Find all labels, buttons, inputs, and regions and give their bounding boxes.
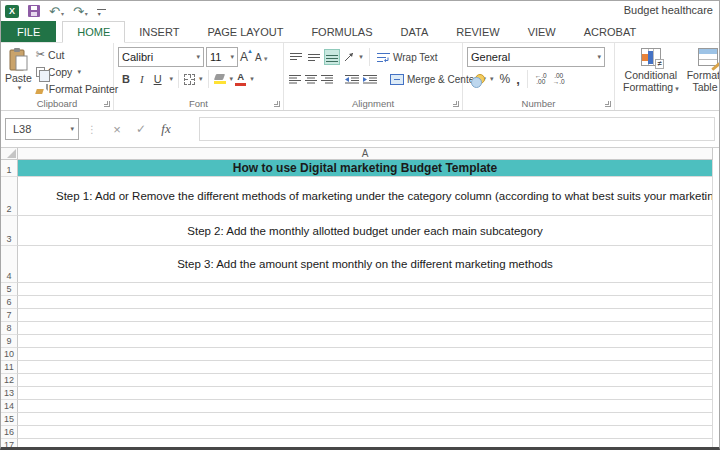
excel-logo-icon[interactable]: X [5,5,19,18]
cut-button[interactable]: ✂Cut [34,46,120,63]
row-header-1[interactable]: 1 [1,160,18,177]
decrease-font-size-button[interactable]: A▼ [255,52,274,63]
row-header-7[interactable]: 7 [1,309,18,322]
conditional-formatting-label1: Conditional [625,69,678,81]
insert-function-button[interactable]: fx [153,121,179,137]
tab-view[interactable]: VIEW [514,21,570,42]
fill-color-button[interactable] [214,74,226,84]
font-size-select[interactable]: 11▾ [206,47,238,67]
wrap-text-button[interactable]: Wrap Text [375,52,440,63]
dropdown-icon: ▾ [359,53,363,61]
row-header-3[interactable]: 3 [1,216,18,246]
name-box[interactable]: L38▾ [5,118,79,140]
italic-button[interactable]: I [136,73,148,85]
cell-A5[interactable] [18,283,713,296]
number-format-select[interactable]: General▾ [467,47,605,67]
row-header-2[interactable]: 2 [1,177,18,216]
dropdown-icon[interactable]: ▾ [250,75,254,83]
cell-A9[interactable] [18,335,713,348]
row-header-17[interactable]: 17 [1,439,18,447]
dropdown-icon[interactable]: ▾ [199,75,203,83]
cell-A14[interactable] [18,400,713,413]
cell-A12[interactable] [18,374,713,387]
font-name-select[interactable]: Calibri▾ [118,47,204,67]
align-left-button[interactable] [288,71,302,87]
align-top-button[interactable] [288,49,304,65]
tab-home[interactable]: HOME [62,21,125,43]
select-all-button[interactable] [1,148,18,160]
row-header-11[interactable]: 11 [1,361,18,374]
cell-A11[interactable] [18,361,713,374]
orientation-button[interactable]: ▾ [342,49,364,65]
redo-button[interactable]: ↷▾ [73,2,88,20]
dropdown-icon[interactable]: ▾ [230,75,234,83]
row-header-13[interactable]: 13 [1,387,18,400]
row-header-4[interactable]: 4 [1,246,18,283]
row-header-15[interactable]: 15 [1,413,18,426]
dialog-launcher-icon[interactable] [104,101,110,107]
cell-A6[interactable] [18,296,713,309]
undo-button[interactable]: ↶▾ [49,2,64,20]
row-header-9[interactable]: 9 [1,335,18,348]
cell-A10[interactable] [18,348,713,361]
font-color-button[interactable]: A [235,72,246,86]
cancel-button[interactable]: × [105,122,129,137]
cell-A4[interactable]: Step 3: Add the amount spent monthly on … [18,246,713,283]
tab-data[interactable]: DATA [387,21,443,42]
cell-A15[interactable] [18,413,713,426]
align-right-button[interactable] [320,71,334,87]
enter-button[interactable]: ✓ [129,122,153,136]
accounting-format-button[interactable]: ▾ [467,74,496,84]
formula-input[interactable] [199,117,715,141]
save-icon[interactable] [28,5,40,17]
row-header-6[interactable]: 6 [1,296,18,309]
percent-style-button[interactable]: % [498,72,513,86]
borders-icon[interactable] [184,74,195,85]
cell-A16[interactable] [18,426,713,439]
row-header-12[interactable]: 12 [1,374,18,387]
increase-indent-button[interactable] [362,71,378,87]
cell-A7[interactable] [18,309,713,322]
underline-button[interactable]: U [150,73,166,85]
right-strip [713,413,719,426]
format-as-table-button[interactable]: Format a Table▾ [683,46,720,95]
cell-A2[interactable]: Step 1: Add or Remove the different meth… [18,177,713,216]
row-header-16[interactable]: 16 [1,426,18,439]
cell-A13[interactable] [18,387,713,400]
align-center-button[interactable] [304,71,318,87]
paste-button[interactable]: Paste ▾ [5,46,32,97]
cell-A8[interactable] [18,322,713,335]
cell-A3[interactable]: Step 2: Add the monthly allotted budget … [18,216,713,246]
increase-font-size-button[interactable]: A▲ [240,50,253,64]
tab-insert[interactable]: INSERT [125,21,193,42]
dialog-launcher-icon[interactable] [274,101,280,107]
tab-file[interactable]: FILE [1,21,56,42]
formula-bar-separator[interactable]: ⋮ [87,124,97,135]
row-header-8[interactable]: 8 [1,322,18,335]
increase-decimal-button[interactable]: ←.0.00 [533,73,549,86]
tab-review[interactable]: REVIEW [442,21,513,42]
tab-page-layout[interactable]: PAGE LAYOUT [193,21,297,42]
decrease-decimal-button[interactable]: .00→.0 [551,73,567,86]
customize-qat-icon[interactable] [97,9,106,10]
column-header-A[interactable]: A [18,148,713,160]
decrease-indent-button[interactable] [344,71,360,87]
cell-A17[interactable] [18,439,713,447]
grid-body: 1How to use Digital marketing Budget Tem… [1,160,719,447]
row-header-5[interactable]: 5 [1,283,18,296]
comma-style-button[interactable]: , [514,72,522,87]
align-middle-button[interactable] [306,49,322,65]
tab-acrobat[interactable]: ACROBAT [570,21,650,42]
tab-formulas[interactable]: FORMULAS [297,21,386,42]
cell-A1[interactable]: How to use Digital marketing Budget Temp… [18,160,713,177]
conditional-formatting-button[interactable]: ≠ Conditional Formatting▾ [619,46,683,95]
dialog-launcher-icon[interactable] [605,101,611,107]
row-header-10[interactable]: 10 [1,348,18,361]
dropdown-icon[interactable]: ▾ [170,75,174,83]
row-header-14[interactable]: 14 [1,400,18,413]
align-bottom-button[interactable] [324,49,340,65]
dialog-launcher-icon[interactable] [453,101,459,107]
copy-button[interactable]: Copy▾ [34,63,120,80]
format-painter-button[interactable]: Format Painter [34,80,120,97]
bold-button[interactable]: B [118,73,134,85]
